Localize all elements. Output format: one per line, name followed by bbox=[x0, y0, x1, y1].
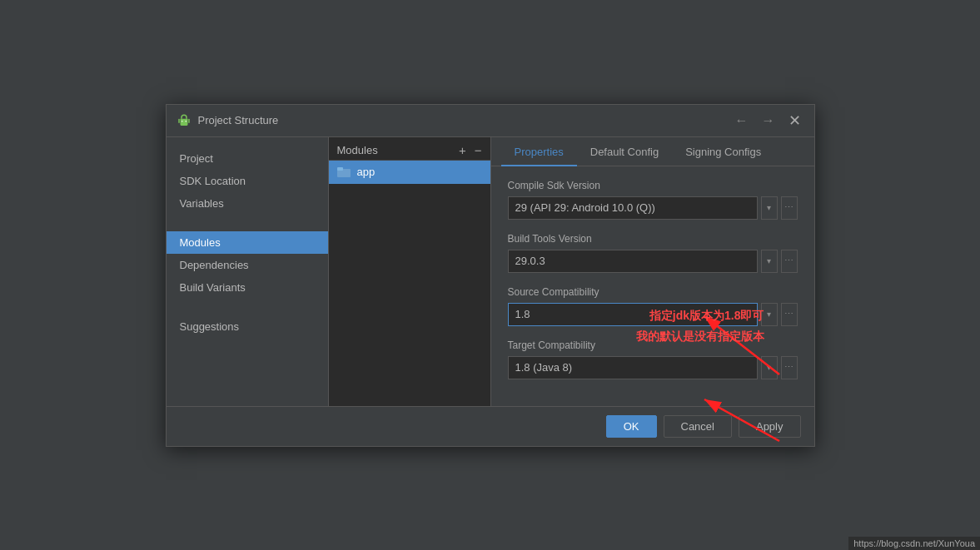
add-module-button[interactable]: + bbox=[459, 144, 466, 156]
svg-rect-5 bbox=[337, 167, 343, 171]
sidebar: Project SDK Location Variables Modules D… bbox=[167, 137, 329, 406]
sidebar-section-2: Modules Dependencies Build Variants bbox=[167, 228, 328, 302]
title-bar-actions: ← → ✕ bbox=[732, 111, 804, 130]
build-tools-version-action-btn[interactable]: ⋯ bbox=[781, 250, 798, 273]
dialog-title: Project Structure bbox=[198, 114, 279, 126]
build-tools-version-group: Build Tools Version 29.0.3 ▾ ⋯ bbox=[508, 233, 798, 273]
content-panel: Properties Default Config Signing Config… bbox=[491, 137, 814, 406]
sidebar-divider bbox=[167, 218, 328, 228]
annotation-area: 指定jdk版本为1.8即可 我的默认是没有指定版本 bbox=[636, 305, 764, 347]
compile-sdk-version-label: Compile Sdk Version bbox=[508, 180, 798, 191]
module-item-app[interactable]: app bbox=[329, 161, 490, 184]
ok-button[interactable]: OK bbox=[606, 415, 657, 438]
build-tools-version-row: 29.0.3 ▾ ⋯ bbox=[508, 250, 798, 273]
source-compatibility-label: Source Compatibility bbox=[508, 286, 798, 298]
sidebar-item-dependencies[interactable]: Dependencies bbox=[167, 254, 328, 276]
modules-panel-title: Modules bbox=[337, 144, 378, 156]
source-compatibility-action-btn[interactable]: ⋯ bbox=[781, 303, 798, 326]
target-compatibility-action-btn[interactable]: ⋯ bbox=[781, 356, 798, 379]
sidebar-item-modules[interactable]: Modules bbox=[167, 231, 328, 254]
sidebar-item-project[interactable]: Project bbox=[167, 147, 328, 170]
tabs: Properties Default Config Signing Config… bbox=[491, 137, 814, 166]
project-structure-dialog: Project Structure ← → ✕ Project SDK Loca… bbox=[166, 104, 815, 447]
sidebar-divider-2 bbox=[167, 302, 328, 312]
source-compatibility-value: 1.8 bbox=[515, 308, 530, 320]
apply-button[interactable]: Apply bbox=[739, 415, 801, 438]
tab-signing-configs[interactable]: Signing Configs bbox=[672, 137, 774, 166]
modules-header: Modules + − bbox=[329, 137, 490, 161]
compile-sdk-version-arrow[interactable]: ▾ bbox=[761, 196, 778, 220]
tab-properties[interactable]: Properties bbox=[501, 137, 577, 166]
sidebar-section-3: Suggestions bbox=[167, 312, 328, 341]
sidebar-item-build-variants[interactable]: Build Variants bbox=[167, 276, 328, 299]
build-tools-version-label: Build Tools Version bbox=[508, 233, 798, 245]
tab-default-config[interactable]: Default Config bbox=[577, 137, 672, 166]
cancel-button[interactable]: Cancel bbox=[664, 415, 732, 438]
build-tools-version-dropdown[interactable]: 29.0.3 bbox=[508, 250, 758, 273]
title-bar-left: Project Structure bbox=[177, 113, 279, 128]
title-bar: Project Structure ← → ✕ bbox=[167, 105, 814, 137]
annotation-line1: 指定jdk版本为1.8即可 bbox=[636, 305, 764, 326]
sidebar-section-1: Project SDK Location Variables bbox=[167, 144, 328, 218]
build-tools-version-arrow[interactable]: ▾ bbox=[761, 250, 778, 273]
build-tools-version-value: 29.0.3 bbox=[515, 255, 545, 267]
forward-button[interactable]: → bbox=[759, 113, 779, 128]
modules-header-actions: + − bbox=[459, 144, 482, 156]
compile-sdk-version-group: Compile Sdk Version 29 (API 29: Android … bbox=[508, 180, 798, 220]
back-button[interactable]: ← bbox=[732, 113, 752, 128]
content-wrapper: Project SDK Location Variables Modules D… bbox=[167, 137, 814, 406]
remove-module-button[interactable]: − bbox=[475, 144, 482, 156]
sidebar-item-sdk-location[interactable]: SDK Location bbox=[167, 170, 328, 192]
android-icon bbox=[177, 113, 192, 128]
svg-point-1 bbox=[185, 121, 187, 122]
sidebar-item-suggestions[interactable]: Suggestions bbox=[167, 315, 328, 338]
dialog-footer: OK Cancel Apply bbox=[167, 406, 814, 446]
module-folder-icon bbox=[337, 166, 351, 179]
target-compatibility-dropdown[interactable]: 1.8 (Java 8) bbox=[508, 356, 758, 379]
target-compatibility-arrow[interactable]: ▾ bbox=[761, 356, 778, 379]
watermark: https://blog.csdn.net/XunYoua bbox=[848, 537, 980, 550]
close-button[interactable]: ✕ bbox=[785, 111, 804, 130]
annotation-line2: 我的默认是没有指定版本 bbox=[636, 326, 764, 347]
compile-sdk-version-action-btn[interactable]: ⋯ bbox=[781, 196, 798, 220]
compile-sdk-version-dropdown[interactable]: 29 (API 29: Android 10.0 (Q)) bbox=[508, 196, 758, 220]
target-compatibility-row: 1.8 (Java 8) ▾ ⋯ bbox=[508, 356, 798, 379]
compile-sdk-version-row: 29 (API 29: Android 10.0 (Q)) ▾ ⋯ bbox=[508, 196, 798, 220]
target-compatibility-value: 1.8 (Java 8) bbox=[515, 361, 573, 374]
modules-panel: Modules + − app bbox=[329, 137, 491, 406]
content-body: Compile Sdk Version 29 (API 29: Android … bbox=[491, 166, 814, 406]
module-item-label: app bbox=[357, 166, 376, 178]
svg-point-0 bbox=[182, 121, 183, 122]
compile-sdk-version-value: 29 (API 29: Android 10.0 (Q)) bbox=[515, 201, 655, 214]
sidebar-item-variables[interactable]: Variables bbox=[167, 192, 328, 215]
